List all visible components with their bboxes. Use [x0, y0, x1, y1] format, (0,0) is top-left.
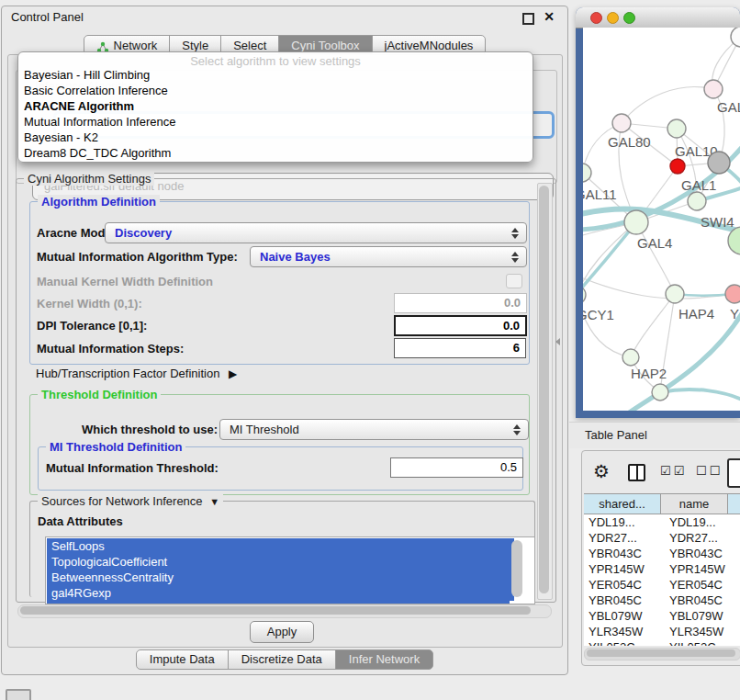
- network-node-swi4[interactable]: [688, 192, 706, 210]
- mi-threshold-definition-group: MI Threshold Definition Mutual Informati…: [38, 446, 523, 491]
- table-horizontal-scrollbar[interactable]: [584, 648, 740, 660]
- table-horizontal-scrollbar-thumb[interactable]: [587, 649, 735, 657]
- mi-steps-field[interactable]: 6: [394, 338, 526, 358]
- table-row[interactable]: YLR345WYLR345W9.: [584, 624, 740, 639]
- network-node-gcy1[interactable]: [583, 286, 586, 304]
- sources-group-title[interactable]: Sources for Network Inference ▼: [38, 494, 223, 508]
- algorithm-dropdown-popup: Select algorithm to view settings Bayesi…: [17, 51, 533, 163]
- cyni-algorithm-settings-title: Cyni Algorithm Settings: [24, 172, 154, 186]
- panel-grip-icon[interactable]: [6, 689, 31, 700]
- table-cell: 13: [735, 514, 740, 530]
- table-cell: [735, 608, 740, 624]
- column-header-name[interactable]: name: [660, 493, 728, 514]
- float-window-icon[interactable]: [522, 13, 534, 25]
- mi-threshold-field[interactable]: 0.5: [390, 457, 523, 478]
- attributes-list-scrollbar-thumb[interactable]: [511, 540, 522, 597]
- settings-horizontal-scrollbar-thumb[interactable]: [20, 606, 531, 615]
- network-window-titlebar[interactable]: [576, 7, 740, 28]
- column-header-partial[interactable]: A: [727, 493, 740, 514]
- network-node-y[interactable]: [725, 285, 740, 303]
- table-cell: 12: [735, 530, 740, 546]
- aracne-mode-combobox[interactable]: Discovery: [105, 222, 527, 243]
- mi-threshold-label: Mutual Information Threshold:: [46, 461, 219, 475]
- columns-icon[interactable]: [628, 464, 645, 481]
- column-header-shared-name[interactable]: shared...: [584, 493, 661, 514]
- mi-type-combobox[interactable]: Naive Bayes: [250, 246, 527, 267]
- table-row[interactable]: YPR145WYPR145W9.: [584, 561, 740, 577]
- table-row[interactable]: YBL079WYBL079W: [584, 608, 740, 624]
- table-cell: [735, 546, 740, 561]
- network-node-gal80[interactable]: [612, 114, 631, 132]
- table-row[interactable]: YIL052CYIL052C9.: [584, 639, 740, 646]
- table-cell: YBR045C: [665, 593, 735, 608]
- popup-item-bayesian-k2[interactable]: Bayesian - K2: [22, 130, 98, 145]
- network-canvas[interactable]: GALGAL80GAL10GAL1GAL11SWI4GAL4GCY1HAP4YH…: [583, 28, 740, 411]
- network-node[interactable]: [708, 152, 730, 174]
- table-cell: 9.: [735, 593, 740, 608]
- table-row[interactable]: YBR043CYBR043C: [584, 546, 740, 561]
- network-node-label: GAL4: [637, 235, 672, 251]
- table-row[interactable]: YER054CYER054C8.: [584, 577, 740, 593]
- settings-horizontal-scrollbar[interactable]: [17, 604, 552, 618]
- unchecked-boxes-icon[interactable]: ☐☐: [696, 464, 723, 478]
- data-attributes-list: SelfLoops TopologicalCoefficient Between…: [45, 536, 535, 604]
- network-node-hap4[interactable]: [666, 285, 684, 303]
- sources-group: Sources for Network Inference ▼ Data Att…: [29, 501, 535, 597]
- settings-vertical-scrollbar[interactable]: [537, 183, 553, 600]
- network-node-label: SWI4: [701, 214, 734, 230]
- network-node-hap2[interactable]: [622, 349, 639, 366]
- checked-boxes-icon[interactable]: ☑☑: [660, 464, 687, 478]
- table-header-row: shared... name A: [584, 493, 740, 514]
- apply-button[interactable]: Apply: [250, 621, 314, 643]
- popup-item-bayesian-hill-climbing[interactable]: Bayesian - Hill Climbing: [22, 67, 150, 83]
- expand-down-icon: ▼: [209, 496, 219, 507]
- list-item-gal4rgexp[interactable]: gal4RGexp: [47, 585, 514, 601]
- minimize-traffic-light-icon[interactable]: [607, 12, 619, 24]
- network-node-gal11[interactable]: [583, 164, 591, 182]
- algorithm-definition-group: Algorithm Definition Aracne Mode: Discov…: [29, 201, 530, 365]
- tab-infer-network[interactable]: Infer Network: [335, 649, 433, 670]
- table-row[interactable]: YBR045CYBR045C9.: [584, 593, 740, 608]
- network-node-gal10[interactable]: [667, 119, 686, 138]
- network-node-gal1[interactable]: [670, 159, 685, 174]
- table-cell: YPR145W: [584, 561, 665, 577]
- kernel-width-field[interactable]: 0.0: [394, 293, 527, 313]
- list-item-betweennesscentrality[interactable]: BetweennessCentrality: [47, 570, 514, 585]
- table-cell: YLR345W: [665, 624, 735, 639]
- network-node-gal4[interactable]: [624, 210, 648, 234]
- which-threshold-combobox[interactable]: MI Threshold: [219, 419, 529, 440]
- algorithm-popup-prompt: Select algorithm to view settings: [18, 54, 533, 68]
- network-node-gal[interactable]: [704, 80, 723, 98]
- network-view-window: GALGAL80GAL10GAL1GAL11SWI4GAL4GCY1HAP4YH…: [576, 7, 740, 418]
- zoom-traffic-light-icon[interactable]: [623, 12, 635, 24]
- control-panel-window: Control Panel ✕ Network Style Select Cyn…: [1, 6, 568, 675]
- network-node[interactable]: [652, 384, 668, 401]
- table-row[interactable]: YDR27...YDR27...12: [584, 530, 740, 546]
- network-node-label: HAP2: [631, 366, 667, 381]
- manual-kernel-checkbox[interactable]: [506, 274, 522, 288]
- popup-item-mutual-information[interactable]: Mutual Information Inference: [22, 114, 175, 130]
- popup-item-dream8[interactable]: Dream8 DC_TDC Algorithm: [22, 145, 171, 161]
- close-icon[interactable]: ✕: [544, 9, 555, 24]
- close-traffic-light-icon[interactable]: [590, 12, 602, 24]
- table-cell: YIL052C: [584, 639, 665, 646]
- combo-stepper-icon: [513, 424, 521, 435]
- settings-vertical-scrollbar-thumb[interactable]: [539, 186, 549, 593]
- mi-type-label: Mutual Information Algorithm Type:: [37, 250, 238, 264]
- popup-item-basic-correlation[interactable]: Basic Correlation Inference: [22, 83, 168, 98]
- tab-discretize-data[interactable]: Discretize Data: [228, 649, 336, 670]
- dpi-tolerance-field[interactable]: 0.0: [394, 315, 527, 336]
- network-edge: [583, 295, 631, 357]
- splitter-collapse-icon[interactable]: [555, 338, 560, 345]
- gear-icon[interactable]: ⚙: [593, 460, 610, 482]
- tab-impute-data[interactable]: Impute Data: [136, 649, 229, 670]
- list-item-selfloops[interactable]: SelfLoops: [47, 538, 514, 554]
- hub-definition-expander[interactable]: Hub/Transcription Factor Definition ▶: [36, 367, 237, 380]
- mi-steps-label: Mutual Information Steps:: [37, 342, 184, 356]
- network-node-label: GAL: [717, 99, 740, 115]
- popup-item-aracne[interactable]: ARACNE Algorithm: [22, 98, 134, 114]
- panel-view-icon[interactable]: [727, 458, 740, 488]
- table-row[interactable]: YDL19...YDL19...13: [584, 514, 740, 530]
- table-cell: YBL079W: [665, 608, 735, 624]
- list-item-topologicalcoefficient[interactable]: TopologicalCoefficient: [47, 554, 514, 570]
